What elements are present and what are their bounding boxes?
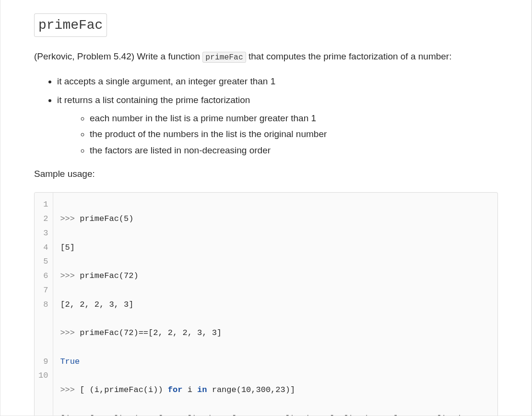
- keyword-in: in: [197, 385, 207, 394]
- repl-prompt: >>>: [60, 214, 80, 223]
- code-output: True: [60, 355, 491, 369]
- intro-inline-code: primeFac: [202, 52, 246, 63]
- line-number: 1: [38, 197, 48, 212]
- intro-text-prefix: (Perkovic, Problem 5.42) Write a functio…: [34, 51, 202, 61]
- code-line: >>> [ (i,primeFac(i)) for i in range(10,…: [60, 383, 491, 397]
- list-item: each number in the list is a prime numbe…: [90, 111, 498, 125]
- line-number: 5: [38, 254, 48, 269]
- code-block: 1 2 3 4 5 6 7 8 9 10 >>> primeFac(5) [5]…: [34, 192, 498, 416]
- list-item-label: it returns a list containing the prime f…: [57, 95, 250, 105]
- line-number: 9: [38, 355, 48, 369]
- document-page: primeFac (Perkovic, Problem 5.42) Write …: [0, 0, 532, 416]
- page-title: primeFac: [34, 13, 498, 37]
- code-output: [(10, [2, 5]), (33, [3, 11]), (56, [2, 2…: [60, 412, 491, 416]
- intro-text-suffix: that computes the prime factorization of…: [246, 51, 452, 61]
- repl-prompt: >>>: [60, 385, 80, 394]
- code-text: range(10,300,23)]: [207, 385, 295, 394]
- code-output: [2, 2, 2, 3, 3]: [60, 298, 491, 312]
- code-text: primeFac(72)==[2, 2, 2, 3, 3]: [80, 328, 222, 337]
- code-text: primeFac(5): [80, 214, 133, 223]
- line-number: 6: [38, 269, 48, 283]
- list-item: it returns a list containing the prime f…: [57, 93, 498, 157]
- sample-usage-label: Sample usage:: [34, 167, 498, 181]
- list-item: it accepts a single argument, an integer…: [57, 74, 498, 88]
- code-line: >>> primeFac(72): [60, 269, 491, 283]
- code-line: >>> primeFac(72)==[2, 2, 2, 3, 3]: [60, 326, 491, 340]
- intro-paragraph: (Perkovic, Problem 5.42) Write a functio…: [34, 49, 498, 63]
- line-number: 4: [38, 241, 48, 255]
- code-line: >>> primeFac(5): [60, 212, 491, 226]
- list-item: the factors are listed in non-decreasing…: [90, 143, 498, 157]
- line-number: 10: [38, 369, 48, 411]
- list-item: the product of the numbers in the list i…: [90, 127, 498, 141]
- requirements-list: it accepts a single argument, an integer…: [34, 74, 498, 157]
- code-text: [ (i,primeFac(i)): [80, 385, 168, 394]
- line-number-gutter: 1 2 3 4 5 6 7 8 9 10: [35, 193, 53, 416]
- title-code: primeFac: [34, 13, 107, 37]
- line-number: 2: [38, 212, 48, 226]
- sub-requirements-list: each number in the list is a prime numbe…: [57, 111, 498, 157]
- code-text: i: [182, 385, 197, 394]
- code-output: [5]: [60, 241, 491, 255]
- line-number: 7: [38, 283, 48, 298]
- code-body: >>> primeFac(5) [5] >>> primeFac(72) [2,…: [53, 193, 497, 416]
- line-number: 3: [38, 226, 48, 241]
- repl-prompt: >>>: [60, 328, 80, 337]
- repl-prompt: >>>: [60, 271, 80, 280]
- code-text: primeFac(72): [80, 271, 138, 280]
- line-number: 8: [38, 298, 48, 355]
- keyword-for: for: [168, 385, 183, 394]
